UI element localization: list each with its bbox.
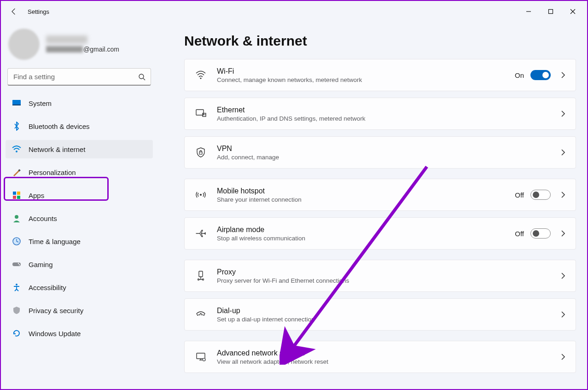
bluetooth-icon: [12, 122, 21, 131]
card-subtitle: Add, connect, manage: [217, 154, 559, 161]
sidebar-item-gaming[interactable]: Gaming: [6, 255, 153, 274]
sidebar-item-privacy[interactable]: Privacy & security: [6, 301, 153, 320]
profile-email-redacted: [46, 46, 83, 52]
svg-point-17: [18, 263, 19, 264]
svg-point-8: [16, 151, 17, 152]
display-icon: [12, 99, 21, 108]
sidebar-item-label: Time & language: [29, 238, 81, 245]
sidebar-item-system[interactable]: System: [6, 94, 153, 112]
sidebar-item-label: Accessibility: [29, 284, 66, 291]
svg-point-18: [19, 264, 20, 265]
airplane-toggle[interactable]: [530, 228, 551, 239]
profile-email-suffix: @gmail.com: [83, 46, 119, 53]
card-title: Proxy: [217, 268, 559, 276]
app-title: Settings: [28, 8, 49, 15]
svg-rect-26: [199, 271, 203, 277]
card-subtitle: Share your internet connection: [217, 196, 515, 203]
sidebar-item-network[interactable]: Network & internet: [6, 140, 153, 158]
card-title: VPN: [217, 145, 559, 153]
search-input[interactable]: [7, 68, 151, 86]
sidebar-item-apps[interactable]: Apps: [6, 186, 153, 204]
card-mobile-hotspot[interactable]: Mobile hotspot Share your internet conne…: [184, 179, 576, 211]
wifi-icon: [193, 70, 209, 80]
svg-point-20: [200, 77, 201, 79]
card-subtitle: View all network adapters, network reset: [217, 358, 559, 365]
update-icon: [12, 329, 21, 338]
svg-rect-31: [197, 353, 205, 359]
chevron-right-icon: [559, 148, 567, 157]
svg-rect-13: [17, 196, 20, 199]
window-controls: [518, 4, 583, 19]
arrow-left-icon: [10, 8, 17, 15]
maximize-button[interactable]: [540, 4, 561, 19]
chevron-right-icon: [559, 353, 567, 361]
card-title: Dial-up: [217, 307, 559, 315]
svg-point-14: [15, 215, 18, 219]
card-airplane-mode[interactable]: Airplane mode Stop all wireless communic…: [184, 217, 576, 250]
svg-line-5: [143, 78, 145, 80]
card-wifi[interactable]: Wi-Fi Connect, manage known networks, me…: [184, 59, 576, 91]
apps-icon: [12, 191, 21, 200]
sidebar-item-bluetooth[interactable]: Bluetooth & devices: [6, 117, 153, 135]
accessibility-icon: [12, 283, 21, 292]
search-icon: [138, 73, 146, 81]
card-title: Airplane mode: [217, 226, 515, 234]
shield-icon: [12, 306, 21, 315]
gamepad-icon: [12, 260, 21, 269]
sidebar-item-label: Personalization: [29, 169, 76, 176]
phone-icon: [193, 310, 209, 319]
search-wrap: [7, 68, 151, 86]
close-button[interactable]: [562, 4, 583, 19]
minimize-icon: [526, 9, 531, 14]
card-subtitle: Connect, manage known networks, metered …: [217, 76, 515, 83]
profile-name-redacted: [46, 35, 87, 44]
sidebar-item-time-language[interactable]: Time & language: [6, 232, 153, 250]
sidebar-item-label: System: [29, 99, 52, 107]
profile-block[interactable]: @gmail.com: [6, 27, 153, 68]
card-proxy[interactable]: Proxy Proxy server for Wi-Fi and Etherne…: [184, 260, 576, 292]
sidebar-item-label: Privacy & security: [29, 307, 83, 314]
page-heading: Network & internet: [184, 33, 576, 49]
sidebar-item-label: Network & internet: [29, 146, 85, 153]
back-button[interactable]: [5, 2, 23, 21]
chevron-right-icon: [559, 110, 567, 118]
card-title: Mobile hotspot: [217, 187, 515, 195]
maximize-icon: [548, 9, 553, 14]
wifi-toggle[interactable]: [530, 70, 551, 80]
sidebar-item-label: Accounts: [29, 215, 57, 222]
ethernet-icon: [193, 109, 209, 119]
card-ethernet[interactable]: Ethernet Authentication, IP and DNS sett…: [184, 98, 576, 130]
person-icon: [12, 214, 21, 223]
svg-rect-11: [17, 192, 20, 195]
card-title: Wi-Fi: [217, 67, 515, 76]
chevron-right-icon: [559, 272, 567, 280]
svg-rect-10: [13, 192, 16, 195]
chevron-right-icon: [559, 191, 567, 199]
card-subtitle: Set up a dial-up internet connection: [217, 316, 559, 323]
profile-email: @gmail.com: [46, 46, 119, 53]
card-advanced-network-settings[interactable]: Advanced network settings View all netwo…: [184, 341, 576, 373]
main-pane: Network & internet Wi-Fi Connect, manage…: [157, 22, 587, 389]
sidebar-item-accounts[interactable]: Accounts: [6, 209, 153, 227]
card-vpn[interactable]: VPN Add, connect, manage: [184, 136, 576, 169]
hotspot-toggle[interactable]: [530, 190, 551, 200]
avatar: [8, 29, 40, 60]
nav-list: System Bluetooth & devices Network & int…: [6, 94, 153, 343]
sidebar-item-personalization[interactable]: Personalization: [6, 163, 153, 181]
minimize-button[interactable]: [518, 4, 539, 19]
airplane-icon: [193, 228, 209, 239]
card-dial-up[interactable]: Dial-up Set up a dial-up internet connec…: [184, 298, 576, 331]
wifi-icon: [12, 145, 21, 154]
sidebar-item-label: Gaming: [29, 261, 53, 268]
sidebar-item-label: Bluetooth & devices: [29, 122, 90, 130]
brush-icon: [12, 168, 21, 177]
sidebar-item-accessibility[interactable]: Accessibility: [6, 278, 153, 297]
card-title: Advanced network settings: [217, 349, 559, 357]
chevron-right-icon: [559, 71, 567, 79]
clock-globe-icon: [12, 237, 21, 246]
sidebar-item-windows-update[interactable]: Windows Update: [6, 324, 153, 343]
chevron-right-icon: [559, 229, 567, 238]
sidebar-item-label: Apps: [29, 192, 44, 199]
svg-rect-7: [12, 105, 21, 105]
svg-point-25: [200, 194, 202, 196]
